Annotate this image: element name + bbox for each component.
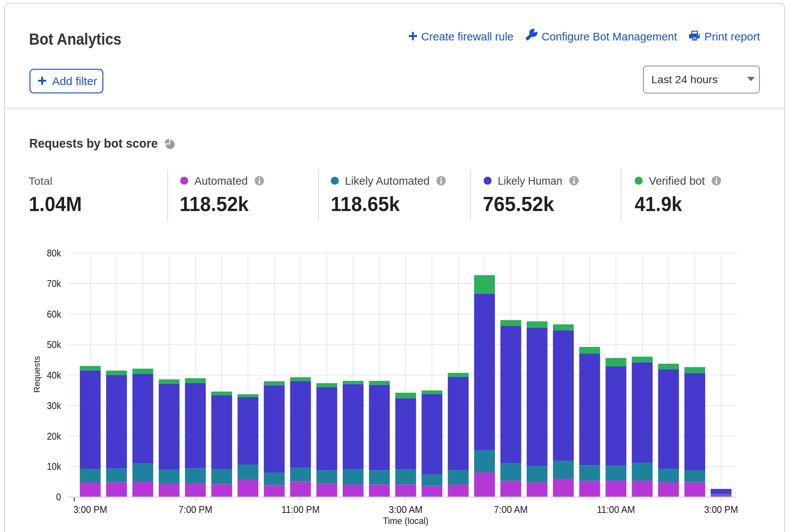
svg-text:Time (local): Time (local) [383,516,429,526]
svg-text:Bot Analytics: Bot Analytics [29,30,121,48]
svg-text:Configure Bot Management: Configure Bot Management [542,30,677,43]
svg-text:118.65k: 118.65k [331,193,400,215]
svg-text:Add filter: Add filter [52,75,97,87]
svg-text:11:00 AM: 11:00 AM [597,504,635,515]
svg-text:11:00 PM: 11:00 PM [282,504,320,515]
svg-text:1.04M: 1.04M [29,193,82,215]
svg-text:60k: 60k [47,309,61,319]
svg-text:40k: 40k [47,370,61,380]
svg-text:118.52k: 118.52k [180,193,249,215]
svg-text:70k: 70k [47,278,61,289]
svg-text:765.52k: 765.52k [483,193,554,215]
svg-text:50k: 50k [47,339,61,350]
svg-text:Likely Automated: Likely Automated [345,174,430,187]
svg-text:Print report: Print report [705,30,761,43]
svg-text:3:00 AM: 3:00 AM [389,504,423,515]
svg-text:30k: 30k [47,400,61,411]
svg-text:Requests by bot score: Requests by bot score [29,136,158,150]
svg-text:Likely Human: Likely Human [498,174,562,187]
svg-text:20k: 20k [47,431,61,442]
svg-text:0: 0 [56,492,61,502]
svg-text:Last 24 hours: Last 24 hours [651,74,718,85]
svg-text:Total: Total [29,175,53,187]
svg-text:10k: 10k [47,461,61,472]
svg-text:Verified bot: Verified bot [649,174,705,187]
svg-text:7:00 PM: 7:00 PM [179,504,213,515]
svg-text:Requests: Requests [32,356,42,393]
svg-text:80k: 80k [47,248,61,258]
svg-text:Automated: Automated [194,174,248,187]
svg-text:Create firewall rule: Create firewall rule [421,30,514,43]
svg-text:7:00 AM: 7:00 AM [494,504,528,515]
svg-text:3:00 PM: 3:00 PM [73,504,107,515]
svg-text:41.9k: 41.9k [635,193,682,215]
svg-text:3:00 PM: 3:00 PM [704,504,738,515]
